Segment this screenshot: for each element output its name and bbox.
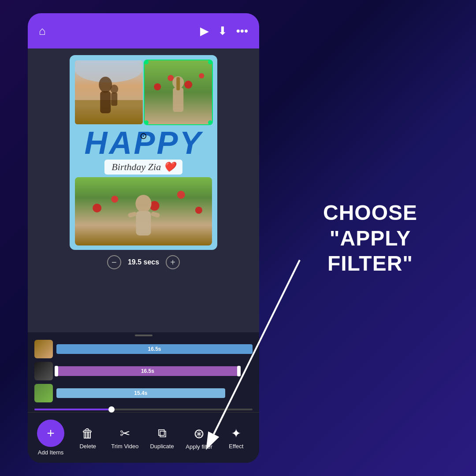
corner-handle-bl[interactable] xyxy=(145,120,149,124)
svg-point-5 xyxy=(110,85,118,93)
duplicate-toolbar-item[interactable]: ⧉ Duplicate xyxy=(147,426,178,450)
timeline-handle[interactable] xyxy=(135,335,152,336)
bottom-toolbar: + Add Items 🗑 Delete ✂ Trim Video ⧉ Dupl… xyxy=(28,412,259,463)
happy-section: ⊙ HAPPY Birthday Zia ❤️ xyxy=(70,127,217,175)
trim-toolbar-item[interactable]: ✂ Trim Video xyxy=(109,426,140,450)
svg-point-8 xyxy=(154,83,161,90)
timeline-bar-wrap-1: 16.5s xyxy=(56,344,253,354)
bar-handle-left[interactable] xyxy=(55,366,58,376)
timeline-row-3: 15.4s xyxy=(34,384,253,402)
photo-bg-1 xyxy=(75,60,143,124)
timeline-duration-2: 16.5s xyxy=(141,368,154,374)
photo-slot-1[interactable] xyxy=(75,60,143,124)
download-icon[interactable]: ⬇ xyxy=(218,24,227,38)
delete-toolbar-item[interactable]: 🗑 Delete xyxy=(72,426,103,450)
video-canvas: ⊙ HAPPY Birthday Zia ❤️ xyxy=(70,55,217,250)
svg-point-16 xyxy=(93,204,101,212)
scrubber-row xyxy=(34,406,253,412)
svg-rect-14 xyxy=(176,77,180,90)
filter-icon: ⊛ xyxy=(193,426,205,441)
svg-point-21 xyxy=(135,195,151,212)
timeline-duration-3: 15.4s xyxy=(134,390,147,396)
scrubber-fill xyxy=(34,409,111,410)
corner-handle-tr[interactable] xyxy=(208,60,212,64)
timeline-bar-wrap-2: 16.5s xyxy=(56,366,253,376)
delete-icon: 🗑 xyxy=(82,426,94,441)
filter-label: Apply filter xyxy=(186,443,212,450)
home-icon[interactable]: ⌂ xyxy=(39,24,46,38)
canvas-area: ⊙ HAPPY Birthday Zia ❤️ xyxy=(28,48,259,332)
rotate-icon[interactable]: ⊙ xyxy=(140,130,147,141)
instruction-line2: "APPLY FILTER" xyxy=(327,226,413,275)
trim-label: Trim Video xyxy=(111,443,138,450)
instruction-line1: CHOOSE xyxy=(323,201,417,224)
effect-toolbar-item[interactable]: ✦ Effect xyxy=(221,426,252,450)
bar-handle-right[interactable] xyxy=(237,366,241,376)
svg-point-20 xyxy=(195,207,202,214)
duration-value: 19.5 secs xyxy=(128,258,159,266)
play-icon[interactable]: ▶ xyxy=(200,24,209,38)
svg-point-10 xyxy=(184,81,192,89)
top-bar: ⌂ ▶ ⬇ ••• xyxy=(28,13,259,48)
corner-handle-br[interactable] xyxy=(208,120,212,124)
more-options-icon[interactable]: ••• xyxy=(236,24,248,38)
svg-rect-13 xyxy=(173,88,183,112)
timeline-row-1: 16.5s xyxy=(34,340,253,358)
duplicate-label: Duplicate xyxy=(150,443,174,450)
photo-slot-2[interactable] xyxy=(145,60,212,124)
svg-point-11 xyxy=(199,73,204,78)
bottom-photo[interactable] xyxy=(75,177,212,245)
add-items-button[interactable]: + xyxy=(37,420,64,447)
svg-rect-22 xyxy=(136,211,151,235)
photo-bg-2 xyxy=(145,60,212,124)
svg-rect-6 xyxy=(111,93,117,106)
decrease-duration-button[interactable]: − xyxy=(107,255,121,269)
instruction-area: CHOOSE "APPLY FILTER" xyxy=(286,200,454,276)
timeline-bar-3[interactable]: 15.4s xyxy=(56,388,225,398)
timeline-duration-1: 16.5s xyxy=(148,346,161,352)
corner-handle-tl[interactable] xyxy=(145,60,149,64)
timeline-thumb-3[interactable] xyxy=(34,384,53,402)
svg-rect-4 xyxy=(100,91,111,113)
timeline-thumb-1[interactable] xyxy=(34,340,53,358)
duration-bar: − 19.5 secs + xyxy=(107,250,180,275)
effect-label: Effect xyxy=(229,443,243,450)
timeline-thumb-2[interactable] xyxy=(34,362,53,380)
birthday-tag[interactable]: Birthday Zia ❤️ xyxy=(104,160,182,175)
add-items-label: Add Items xyxy=(38,449,64,456)
svg-point-19 xyxy=(177,191,185,199)
timeline-area: 16.5s 16.5s 15.4 xyxy=(28,332,259,412)
increase-duration-button[interactable]: + xyxy=(166,255,180,269)
timeline-row-2: 16.5s xyxy=(34,362,253,380)
photos-row xyxy=(70,55,217,127)
phone-frame: ⌂ ▶ ⬇ ••• xyxy=(28,13,259,463)
scrubber-track[interactable] xyxy=(34,409,253,410)
duplicate-icon: ⧉ xyxy=(158,426,167,441)
timeline-bar-1[interactable]: 16.5s xyxy=(56,344,253,354)
instruction-text: CHOOSE "APPLY FILTER" xyxy=(286,200,454,276)
effect-icon: ✦ xyxy=(231,426,241,441)
add-items-toolbar-item[interactable]: + Add Items xyxy=(35,420,66,456)
timeline-bar-wrap-3: 15.4s xyxy=(56,388,253,398)
delete-label: Delete xyxy=(79,443,96,450)
trim-icon: ✂ xyxy=(120,426,130,441)
svg-point-17 xyxy=(111,196,118,203)
svg-point-3 xyxy=(99,77,112,93)
scrubber-thumb[interactable] xyxy=(108,406,115,413)
timeline-bar-2[interactable]: 16.5s xyxy=(56,366,239,376)
apply-filter-toolbar-item[interactable]: ⊛ Apply filter xyxy=(184,426,215,450)
